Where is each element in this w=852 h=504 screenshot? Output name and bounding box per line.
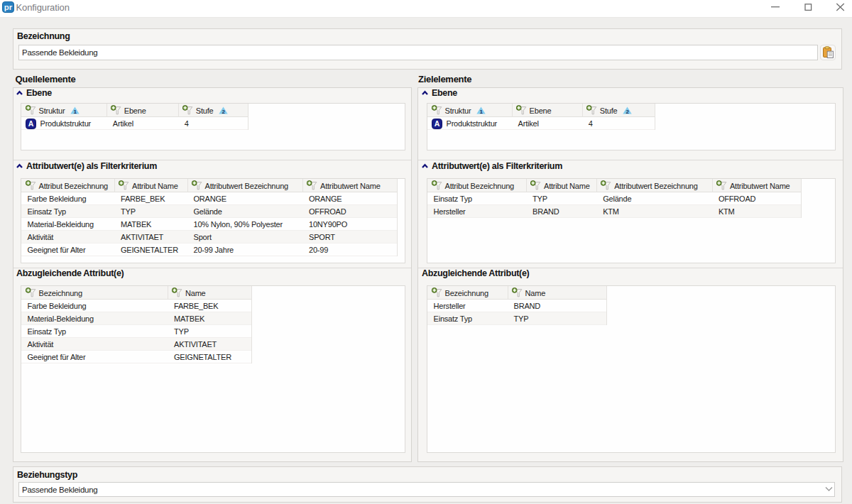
svg-text:pr: pr bbox=[4, 3, 13, 11]
svg-text:2: 2 bbox=[626, 109, 630, 114]
svg-text:A: A bbox=[28, 119, 33, 128]
svg-text:1: 1 bbox=[480, 109, 484, 114]
svg-text:2: 2 bbox=[222, 109, 226, 114]
svg-text:A: A bbox=[434, 119, 439, 128]
svg-text:1: 1 bbox=[74, 109, 77, 114]
